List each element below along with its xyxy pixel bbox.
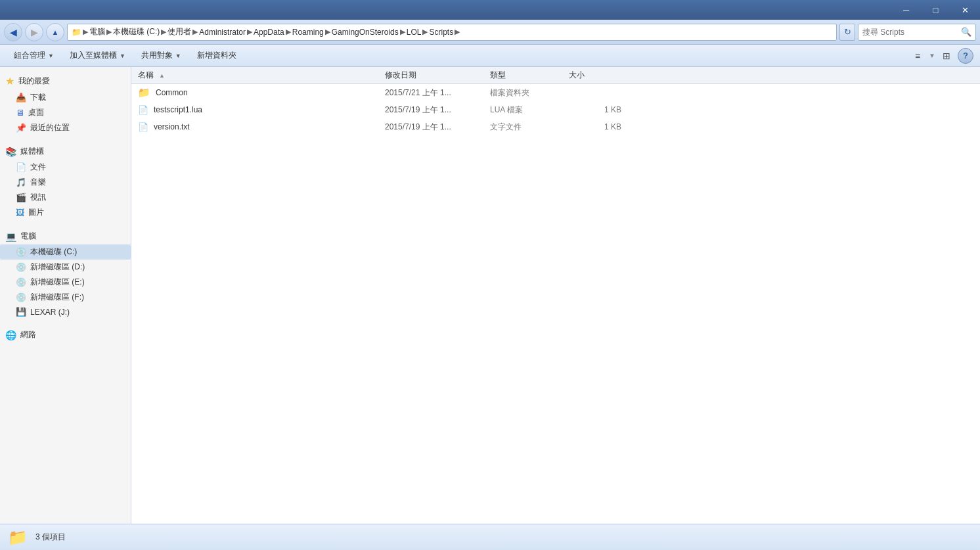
media-header[interactable]: 📚 媒體櫃 [0,143,131,160]
music-label: 音樂 [30,177,46,188]
star-icon: ★ [5,75,14,87]
path-c: 本機磁碟 (C:) [113,26,160,37]
search-input[interactable] [862,28,961,37]
lua-file-icon: 📄 [138,105,148,115]
path-users: 使用者 [167,26,191,37]
file-row-lua[interactable]: 📄 testscript1.lua 2015/7/19 上午 1... LUA … [131,101,980,118]
col-header-name[interactable]: 名稱 ▲ [135,70,385,81]
path-appdata: AppData [254,28,284,37]
file-list: 📁 Common 2015/7/21 上午 1... 檔案資料夾 📄 tests… [131,84,980,524]
drive-c-icon: 💿 [16,247,26,257]
recent-label: 最近的位置 [30,122,70,133]
media-section: 📚 媒體櫃 📄 文件 🎵 音樂 🎬 視訊 🖼 圖片 [0,143,131,220]
maximize-button[interactable]: □ [921,0,950,20]
sidebar-item-drive-d[interactable]: 💿 新增磁碟區 (D:) [0,260,131,275]
column-header: 名稱 ▲ 修改日期 類型 大小 [131,67,980,84]
sidebar-item-drive-c[interactable]: 💿 本機磁碟 (C:) [0,244,131,260]
drive-d-label: 新增磁碟區 (D:) [30,262,85,273]
address-path[interactable]: 📁 ▶ 電腦 ▶ 本機磁碟 (C:) ▶ 使用者 ▶ Administrator… [67,24,837,41]
network-section: 🌐 網路 [0,327,131,343]
sidebar-item-music[interactable]: 🎵 音樂 [0,175,131,190]
view-toggle-button[interactable]: ≡ [909,47,926,64]
main-area: ★ 我的最愛 📥 下載 🖥 桌面 📌 最近的位置 📚 媒體櫃 [0,67,980,524]
col-header-date[interactable]: 修改日期 [385,70,490,81]
drive-f-label: 新增磁碟區 (F:) [30,292,84,303]
desktop-icon: 🖥 [16,108,24,118]
video-icon: 🎬 [16,193,26,202]
status-folder-icon: 📁 [8,528,28,547]
recent-icon: 📌 [16,123,26,133]
close-button[interactable]: ✕ [950,0,980,20]
path-gos: GamingOnSteroids [332,28,399,37]
path-icon: 📁 [72,28,81,37]
newfolder-button[interactable]: 新增資料夾 [190,47,244,64]
title-bar: ─ □ ✕ [0,0,980,20]
sidebar-item-photos[interactable]: 🖼 圖片 [0,205,131,220]
file-label-lua: testscript1.lua [154,105,202,114]
organize-button[interactable]: 組合管理 ▼ [7,47,61,64]
organize-arrow-icon: ▼ [48,53,54,59]
title-bar-buttons: ─ □ ✕ [891,0,980,20]
minimize-button[interactable]: ─ [891,0,921,20]
sidebar-item-desktop[interactable]: 🖥 桌面 [0,105,131,120]
forward-button[interactable]: ▶ [25,23,43,41]
sidebar-item-download[interactable]: 📥 下載 [0,90,131,105]
folder-icon: 📁 [138,87,150,99]
file-label-common: Common [156,88,188,97]
up-button[interactable]: ▲ [46,23,64,41]
file-type-txt: 文字文件 [490,122,569,133]
download-folder-icon: 📥 [16,93,26,103]
lexar-icon: 💾 [16,307,26,317]
search-box: 🔍 [858,24,976,41]
favorites-label: 我的最愛 [18,76,50,87]
network-header[interactable]: 🌐 網路 [0,327,131,343]
sidebar-item-drive-f[interactable]: 💿 新增磁碟區 (F:) [0,290,131,305]
layout-button[interactable]: ⊞ [938,47,955,64]
network-icon: 🌐 [5,330,16,340]
file-name-txt: 📄 version.txt [135,122,385,132]
col-header-type[interactable]: 類型 [490,70,569,81]
file-type-lua: LUA 檔案 [490,104,569,116]
path-lol: LOL [407,28,422,37]
media-label: 媒體櫃 [20,146,44,157]
addto-button[interactable]: 加入至媒體櫃 ▼ [62,47,133,64]
download-label: 下載 [30,92,46,103]
favorites-section: ★ 我的最愛 📥 下載 🖥 桌面 📌 最近的位置 [0,72,131,135]
file-date-common: 2015/7/21 上午 1... [385,87,490,99]
status-bar: 📁 3 個項目 [0,524,980,550]
toolbar: 組合管理 ▼ 加入至媒體櫃 ▼ 共用對象 ▼ 新增資料夾 ≡ ▼ ⊞ ? [0,45,980,67]
share-button[interactable]: 共用對象 ▼ [134,47,189,64]
sidebar-item-video[interactable]: 🎬 視訊 [0,190,131,205]
favorites-header[interactable]: ★ 我的最愛 [0,72,131,90]
file-row-txt[interactable]: 📄 version.txt 2015/7/19 上午 1... 文字文件 1 K… [131,118,980,135]
file-list-area: 名稱 ▲ 修改日期 類型 大小 📁 Common 2015/7/21 上午 1.… [131,67,980,524]
docs-icon: 📄 [16,162,26,172]
sidebar-item-lexar[interactable]: 💾 LEXAR (J:) [0,305,131,319]
toolbar-right: ≡ ▼ ⊞ ? [909,47,973,64]
back-button[interactable]: ◀ [4,23,22,41]
file-name-common: 📁 Common [135,87,385,99]
path-computer: 電腦 [89,26,105,37]
file-row-common[interactable]: 📁 Common 2015/7/21 上午 1... 檔案資料夾 [131,84,980,101]
refresh-button[interactable]: ↻ [839,24,855,41]
drive-e-label: 新增磁碟區 (E:) [30,277,85,288]
file-date-lua: 2015/7/19 上午 1... [385,104,490,116]
help-button[interactable]: ? [958,48,973,64]
path-roaming: Roaming [292,28,324,37]
sidebar-item-drive-e[interactable]: 💿 新增磁碟區 (E:) [0,275,131,290]
network-label: 網路 [20,329,36,340]
music-icon: 🎵 [16,177,26,187]
path-admin: Administrator [199,28,246,37]
search-icon[interactable]: 🔍 [961,27,971,37]
file-size-txt: 1 KB [569,122,635,131]
sidebar-item-docs[interactable]: 📄 文件 [0,160,131,175]
status-item-count: 3 個項目 [35,532,66,543]
path-scripts: Scripts [429,28,453,37]
computer-header[interactable]: 💻 電腦 [0,228,131,244]
col-header-size[interactable]: 大小 [569,70,635,81]
media-icon: 📚 [5,147,16,157]
sidebar-item-recent[interactable]: 📌 最近的位置 [0,120,131,135]
share-arrow-icon: ▼ [175,53,181,59]
photo-label: 圖片 [28,207,44,218]
file-date-txt: 2015/7/19 上午 1... [385,122,490,133]
